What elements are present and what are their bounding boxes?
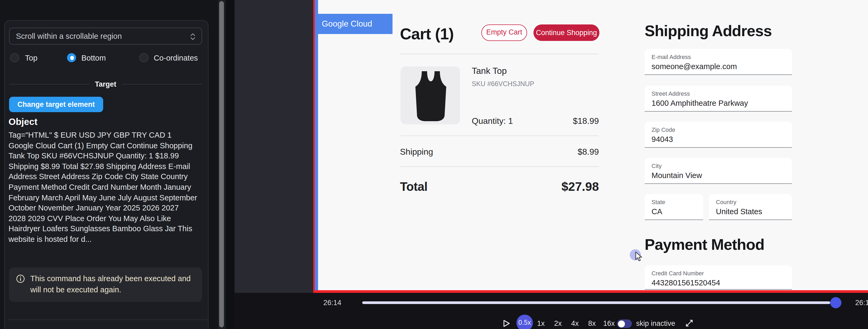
state-field[interactable]: State CA xyxy=(645,194,703,220)
city-field[interactable]: City Mountain View xyxy=(645,158,792,184)
change-target-button[interactable]: Change target element xyxy=(9,97,103,112)
app-window: Scroll within a scrollable region Top Bo… xyxy=(0,0,868,329)
select-unfold-icon xyxy=(189,33,196,40)
scroll-highlight-blue xyxy=(315,0,318,293)
speed-16x-button[interactable]: 16x xyxy=(601,320,616,327)
country-field[interactable]: Country United States xyxy=(709,194,792,220)
timeline-knob[interactable] xyxy=(830,297,841,308)
speed-8x-button[interactable]: 8x xyxy=(587,320,597,327)
command-type-value: Scroll within a scrollable region xyxy=(16,32,122,40)
zip-value: 94043 xyxy=(652,135,673,143)
continue-shopping-button[interactable]: Continue Shopping xyxy=(533,25,599,41)
target-section-divider: Target xyxy=(9,80,202,88)
target-section-label: Target xyxy=(95,80,117,88)
shop-logo-badge[interactable]: Google Cloud xyxy=(318,14,393,34)
country-value: United States xyxy=(716,207,762,216)
speed-4x-button[interactable]: 4x xyxy=(569,320,580,327)
street-field[interactable]: Street Address 1600 Amphitheatre Parkway xyxy=(645,86,792,111)
cart-title: Cart (1) xyxy=(400,25,454,43)
radio-top[interactable] xyxy=(10,53,19,62)
speed-0-5x-button[interactable]: 0.5x xyxy=(517,315,533,329)
expand-icon[interactable] xyxy=(685,319,693,327)
city-label: City xyxy=(652,163,662,169)
credit-card-field[interactable]: Credit Card Number 4432801561520454 xyxy=(645,265,792,290)
command-type-select[interactable]: Scroll within a scrollable region xyxy=(9,28,202,45)
current-time: 26:14 xyxy=(323,299,341,307)
sidebar-scrollbar-thumb[interactable] xyxy=(219,1,224,327)
shipping-price: $8.99 xyxy=(400,147,599,157)
city-value: Mountain View xyxy=(652,171,702,179)
empty-cart-button[interactable]: Empty Cart xyxy=(481,25,527,41)
zip-label: Zip Code xyxy=(652,127,675,133)
product-name: Tank Top xyxy=(472,66,507,76)
sidebar-edge-gap xyxy=(226,0,235,329)
total-price: $27.98 xyxy=(400,179,599,194)
product-price: $18.99 xyxy=(472,117,599,126)
radio-top-label[interactable]: Top xyxy=(25,54,37,63)
cart-divider xyxy=(400,54,599,54)
zip-field[interactable]: Zip Code 94043 xyxy=(645,122,792,148)
credit-card-value: 4432801561520454 xyxy=(652,278,720,287)
street-value: 1600 Amphitheatre Parkway xyxy=(652,99,748,107)
speed-2x-button[interactable]: 2x xyxy=(553,320,563,327)
player-bar: 26:14 26:1 0.5x 1x 2x 4x 8x 16x skip ina… xyxy=(235,293,868,329)
object-description-text: Tag="HTML" $ EUR USD JPY GBP TRY CAD 1 G… xyxy=(8,130,197,245)
email-field[interactable]: E-mail Address someone@example.com xyxy=(645,49,792,75)
email-label: E-mail Address xyxy=(652,54,691,60)
shop-page: Google Cloud Cart (1) Empty Cart Continu… xyxy=(318,0,868,290)
shipping-address-heading: Shipping Address xyxy=(645,22,772,40)
credit-card-label: Credit Card Number xyxy=(652,270,704,276)
info-icon xyxy=(16,274,25,283)
mouse-cursor-icon xyxy=(635,252,643,262)
end-time: 26:1 xyxy=(855,299,868,307)
radio-bottom-label[interactable]: Bottom xyxy=(82,54,106,63)
skip-inactive-label[interactable]: skip inactive xyxy=(636,320,675,327)
speed-1x-button[interactable]: 1x xyxy=(535,320,546,327)
object-heading: Object xyxy=(8,117,37,128)
radio-coordinates[interactable] xyxy=(140,53,148,62)
product-sku: SKU #66VCHSJNUP xyxy=(472,80,534,88)
product-image xyxy=(401,66,460,124)
tank-top-image xyxy=(401,66,460,124)
radio-coordinates-label[interactable]: Co-ordinates xyxy=(154,54,198,63)
state-label: State xyxy=(652,199,665,205)
command-executed-notice: This command has already been executed a… xyxy=(9,267,202,302)
skip-inactive-toggle[interactable] xyxy=(617,320,632,328)
sidebar-divider xyxy=(8,320,208,320)
element-highlight-red-bottom xyxy=(313,290,868,293)
street-label: Street Address xyxy=(652,90,690,97)
command-sidebar: Scroll within a scrollable region Top Bo… xyxy=(0,0,235,329)
country-label: Country xyxy=(716,199,736,205)
cart-divider xyxy=(400,166,599,167)
state-value: CA xyxy=(652,207,662,216)
email-value: someone@example.com xyxy=(652,62,737,71)
radio-bottom[interactable] xyxy=(67,53,76,62)
payment-method-heading: Payment Method xyxy=(645,236,764,254)
notice-text: This command has already been executed a… xyxy=(30,273,195,302)
timeline-track[interactable] xyxy=(362,301,830,304)
cart-divider xyxy=(400,135,599,136)
play-icon[interactable] xyxy=(503,320,510,327)
